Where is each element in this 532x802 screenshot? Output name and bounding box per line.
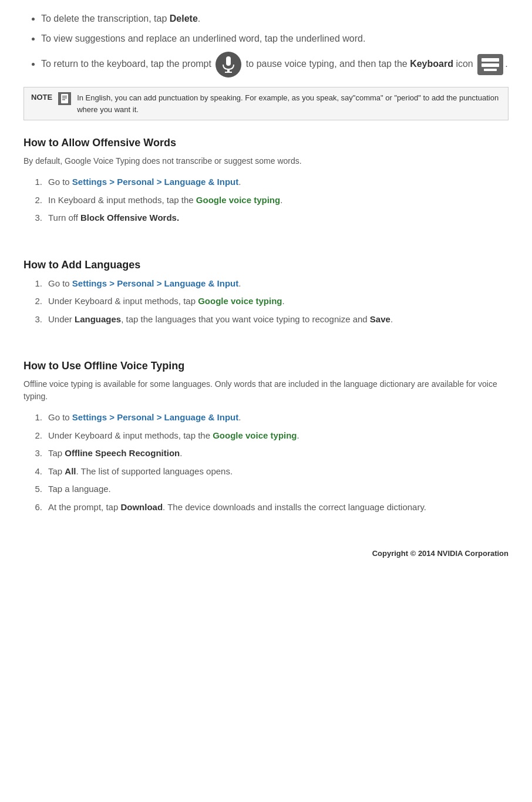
section-offline-desc: Offline voice typing is available for so… xyxy=(23,378,509,403)
step-text: Tap a language. xyxy=(48,483,111,496)
svg-rect-9 xyxy=(62,99,65,100)
step-text: Go to Settings > Personal > Language & I… xyxy=(48,411,241,424)
google-voice-typing-link-1: Google voice typing xyxy=(196,195,280,205)
step-text: Turn off Block Offensive Words. xyxy=(48,211,179,225)
step-text: Go to Settings > Personal > Language & I… xyxy=(48,277,241,291)
copyright: Copyright © 2014 NVIDIA Corporation xyxy=(23,549,509,558)
languages-step-3: Under Languages, tap the languages that … xyxy=(29,313,509,326)
bullet-return-keyboard: To return to the keyboard, tap the promp… xyxy=(41,52,509,77)
note-text: In English, you can add punctuation by s… xyxy=(77,92,501,115)
step-text: In Keyboard & input methods, tap the Goo… xyxy=(48,194,282,207)
google-voice-typing-link-3: Google voice typing xyxy=(213,430,297,440)
offline-steps: Go to Settings > Personal > Language & I… xyxy=(23,411,509,514)
svg-rect-5 xyxy=(484,69,497,71)
offline-step-5: Tap a language. xyxy=(29,483,509,496)
settings-link-3: Settings > Personal > Language & Input xyxy=(72,412,238,422)
settings-link-2: Settings > Personal > Language & Input xyxy=(72,278,238,288)
offline-step-3: Tap Offline Speech Recognition. xyxy=(29,447,509,460)
languages-step-2: Under Keyboard & input methods, tap Goog… xyxy=(29,295,509,308)
svg-rect-7 xyxy=(62,96,67,97)
offensive-step-1: Go to Settings > Personal > Language & I… xyxy=(29,176,509,189)
bullet-delete: To delete the transcription, tap Delete. xyxy=(41,12,509,26)
section-offensive-desc: By default, Google Voice Typing does not… xyxy=(23,155,509,167)
step-text: At the prompt, tap Download. The device … xyxy=(48,501,426,514)
offensive-step-3: Turn off Block Offensive Words. xyxy=(29,211,509,225)
offensive-steps: Go to Settings > Personal > Language & I… xyxy=(23,176,509,225)
svg-rect-0 xyxy=(226,56,231,66)
step-text: Tap All. The list of supported languages… xyxy=(48,465,233,478)
offline-step-6: At the prompt, tap Download. The device … xyxy=(29,501,509,514)
svg-rect-8 xyxy=(62,97,67,99)
bold-delete: Delete xyxy=(170,14,198,23)
intro-bullets: To delete the transcription, tap Delete.… xyxy=(23,12,509,77)
offline-step-4: Tap All. The list of supported languages… xyxy=(29,465,509,478)
languages-step-1: Go to Settings > Personal > Language & I… xyxy=(29,277,509,291)
offline-step-2: Under Keyboard & input methods, tap the … xyxy=(29,429,509,443)
note-label: NOTE xyxy=(31,93,52,102)
step-text: Under Keyboard & input methods, tap the … xyxy=(48,429,299,443)
section-offensive-heading: How to Allow Offensive Words xyxy=(23,134,509,149)
svg-rect-1 xyxy=(227,69,230,72)
step-text: Under Languages, tap the languages that … xyxy=(48,313,393,326)
offline-speech-bold: Offline Speech Recognition xyxy=(65,448,180,458)
note-box: NOTE In English, you can add punctuation… xyxy=(23,87,509,120)
section-languages-heading: How to Add Languages xyxy=(23,257,509,271)
offline-step-1: Go to Settings > Personal > Language & I… xyxy=(29,411,509,424)
svg-rect-6 xyxy=(61,94,68,103)
keyboard-icon xyxy=(477,54,503,75)
languages-bold: Languages xyxy=(75,314,121,324)
all-bold: All xyxy=(65,466,76,476)
svg-rect-2 xyxy=(225,72,232,73)
download-bold: Download xyxy=(120,502,163,512)
block-offensive-words: Block Offensive Words. xyxy=(80,213,179,223)
svg-rect-4 xyxy=(482,63,499,67)
note-doc-icon xyxy=(58,92,71,105)
google-voice-typing-link-2: Google voice typing xyxy=(198,296,282,306)
svg-rect-3 xyxy=(482,58,499,62)
section-offline-heading: How to Use Offline Voice Typing xyxy=(23,358,509,372)
step-text: Go to Settings > Personal > Language & I… xyxy=(48,176,241,189)
step-text: Tap Offline Speech Recognition. xyxy=(48,447,182,460)
bold-keyboard: Keyboard xyxy=(410,59,453,69)
offensive-step-2: In Keyboard & input methods, tap the Goo… xyxy=(29,194,509,207)
step-text: Under Keyboard & input methods, tap Goog… xyxy=(48,295,285,308)
mic-icon xyxy=(216,52,241,77)
save-bold: Save xyxy=(370,314,390,324)
languages-steps: Go to Settings > Personal > Language & I… xyxy=(23,277,509,326)
settings-link-1: Settings > Personal > Language & Input xyxy=(72,177,238,187)
bullet-suggestions: To view suggestions and replace an under… xyxy=(41,32,509,46)
